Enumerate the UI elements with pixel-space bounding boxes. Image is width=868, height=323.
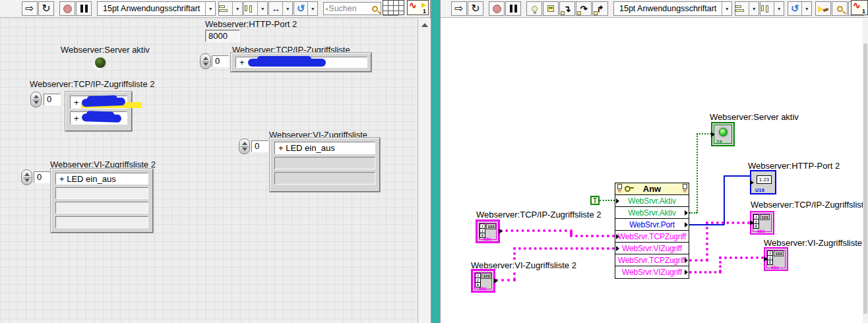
vi-list-row[interactable] [274,157,375,169]
property-node-header[interactable]: ?! Anw ?! [615,183,689,195]
numeric-wire[interactable] [724,175,725,225]
output-arrow-icon [685,222,688,227]
search-input[interactable]: ◂ Suchen [323,2,381,15]
pause-icon [80,5,88,13]
distribute-objects-icon [760,5,774,13]
string-glyph: abc [757,229,765,233]
string-array-wire[interactable] [513,247,615,250]
numeric-wire[interactable] [724,175,750,177]
run-button[interactable]: ⇨ [451,1,467,16]
tcp-list-index-field[interactable]: 0 [212,55,229,67]
string-array-wire[interactable] [500,229,573,232]
property-row[interactable]: WebSrvr.VIZugriff [615,243,689,254]
tcp-list2-row[interactable]: + [70,96,127,109]
font-selector[interactable]: 15pt Anwendungsschriftart ▾ [613,1,732,16]
clean-up-diagram-button[interactable] [815,1,831,16]
property-row[interactable]: WebSrvr.Aktiv [615,207,689,219]
property-node-title: Anw [643,184,661,194]
vertical-scrollbar[interactable] [418,18,431,323]
server-active-led[interactable] [95,57,106,68]
vi-list2-row[interactable]: + LED ein_aus [55,173,148,185]
string-array-wire[interactable] [706,221,708,261]
vi-icon[interactable]: ∿ 1 [407,0,429,15]
align-objects-dropdown[interactable]: ▾ [218,1,243,16]
run-button[interactable]: ⇨ [22,1,38,16]
run-continuous-button[interactable]: ↻ [38,1,54,16]
property-row[interactable]: WebSrvr.Aktiv [615,195,689,207]
vi-list2-index-field[interactable]: 0 [34,171,51,183]
boolean-wire[interactable] [697,134,698,213]
vi-list2-row[interactable] [55,202,148,214]
abort-button[interactable] [59,1,75,16]
property-node[interactable]: ?! Anw ?! WebSrvr.Aktiv WebSrvr.Aktiv We… [615,183,689,279]
property-row[interactable]: WebSrvr.VIZugriff [615,266,689,278]
retain-wire-values-button[interactable] [543,1,559,16]
vi-icon[interactable]: ∿ 1 [851,0,868,15]
vi-list-row[interactable]: + LED ein_aus [274,142,375,154]
font-selector[interactable]: 15pt Anwendungsschriftart ▾ [97,1,216,16]
reorder-dropdown[interactable]: ↺ ▾ [788,1,812,16]
redaction-scribble [81,98,125,107]
pause-button[interactable] [76,1,92,16]
string-glyph: abc [771,265,779,270]
vi-list-terminal[interactable]: i j k 123 abc [764,247,788,271]
vi-list2-index-spinner[interactable] [21,169,32,185]
vi-list2-label: Webserver:VI-Zugriffsliste 2 [50,160,156,169]
tcp-list-terminal[interactable]: i j k 123 abc [750,211,774,235]
tcp-list-index-spinner[interactable] [200,53,211,69]
resize-objects-icon: ↔ [269,4,282,14]
tcp-list2-index-spinner[interactable] [30,92,42,107]
abort-button[interactable] [489,1,505,16]
vi-list2-terminal[interactable]: i j k 123 abc [471,269,495,293]
string-array-wire[interactable] [570,235,615,237]
hint-glyph: ?! [683,189,687,193]
search-placeholder: Suchen [328,4,372,13]
step-out-button[interactable]: ↱ [592,1,608,16]
tcp-list2-row[interactable]: + [70,111,127,125]
redaction-scribble [81,113,121,123]
distribute-objects-dropdown[interactable]: ▾ [760,1,784,16]
vi-list2-row[interactable] [55,216,148,228]
reorder-dropdown[interactable]: ↺ ▾ [294,1,318,16]
tcp-list-row[interactable]: + [235,57,367,68]
http-port-field[interactable]: 8000 [205,30,240,42]
scrollbar-thumb[interactable] [863,44,867,314]
server-active-terminal[interactable]: TF [711,122,735,146]
run-continuous-button[interactable]: ↻ [468,1,483,16]
type-label: U16 [755,188,764,192]
resize-objects-dropdown[interactable]: ↔ ▾ [268,1,293,16]
boolean-constant[interactable]: T [590,196,600,205]
string-array-wire[interactable] [706,221,750,224]
tcp-list-box: + [231,53,371,72]
tcp-list2-terminal[interactable]: i j k 123 abc [476,220,500,243]
block-diagram-toolbar: ⇨ ↻ ↴ ↷ ↱ 15pt Anwendungsschriftart ▾ ▾ … [441,0,868,18]
connector-pane-icon[interactable] [383,0,404,15]
boolean-wire[interactable] [600,200,615,201]
property-row[interactable]: WebSrvr.TCPZugriff [615,231,689,243]
boolean-wire[interactable] [697,133,711,134]
row-prefix: + [74,113,79,123]
pause-button[interactable] [505,1,521,16]
property-row[interactable]: WebSrvr.Port [615,219,689,231]
step-into-button[interactable]: ↴ [559,1,575,16]
vi-list2-box: + LED ein_aus [51,169,153,233]
string-array-wire[interactable] [689,271,722,274]
output-arrow-icon [685,210,688,216]
align-objects-dropdown[interactable]: ▾ [735,1,759,16]
vi-list-index-spinner[interactable] [239,138,250,154]
vi-list-index-field[interactable]: 0 [251,140,268,152]
vi-list2-row[interactable] [55,187,148,199]
output-arrow-icon [494,278,498,283]
vertical-scrollbar[interactable] [863,18,868,323]
string-array-wire[interactable] [719,256,764,259]
output-arrow-icon [499,229,503,234]
step-over-button[interactable]: ↷ [576,1,592,16]
http-port-terminal[interactable]: 1.23 U16 [750,170,776,194]
search-button[interactable] [832,1,848,16]
vi-list-row[interactable] [274,172,375,185]
tcp-list2-index-field[interactable]: 0 [44,94,61,105]
distribute-objects-dropdown[interactable]: ▾ [243,1,268,16]
run-continuous-icon: ↻ [471,3,480,14]
property-row[interactable]: WebSrvr.TCPZugriff [615,254,689,266]
highlight-execution-button[interactable] [526,1,542,16]
